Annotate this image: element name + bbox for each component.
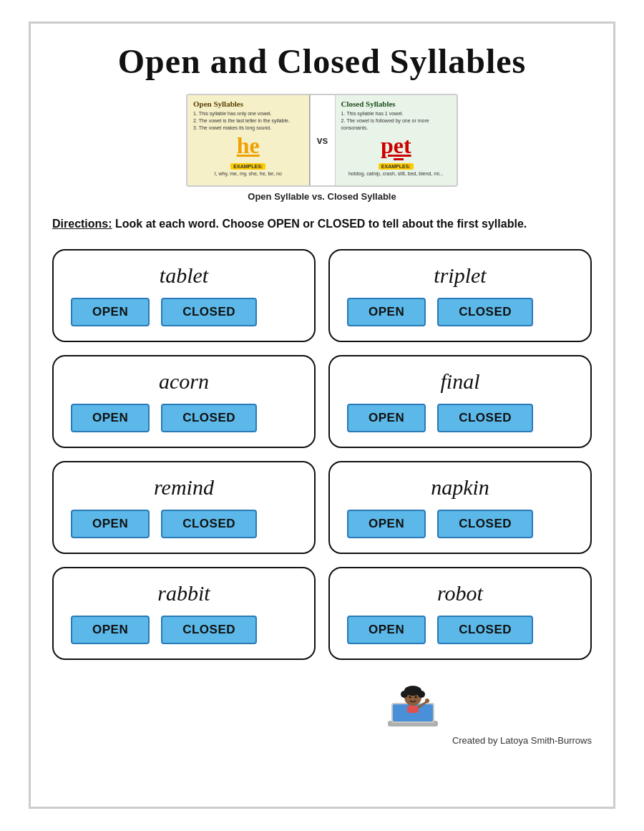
closed-button-acorn[interactable]: CLOSED	[161, 404, 257, 432]
ref-closed-examples-label: EXAMPLES:	[379, 163, 414, 170]
directions: Directions: Look at each word. Choose OP…	[52, 215, 592, 233]
word-text-napkin: napkin	[431, 475, 489, 500]
ref-open-rule-3: 3. The vowel makes its long sound.	[193, 125, 303, 132]
closed-button-triplet[interactable]: CLOSED	[437, 298, 533, 326]
page-title: Open and Closed Syllables	[52, 42, 592, 81]
ref-open-title: Open Syllables	[193, 99, 303, 108]
ref-closed-rule-1: 1. This syllable has 1 vowel.	[341, 110, 452, 117]
svg-point-7	[409, 696, 411, 698]
word-text-robot: robot	[437, 581, 483, 606]
word-card-remind: remindOPENCLOSED	[52, 461, 316, 554]
ref-open-examples-label: EXAMPLES:	[230, 163, 265, 170]
open-button-acorn[interactable]: OPEN	[71, 404, 150, 432]
closed-button-remind[interactable]: CLOSED	[161, 510, 257, 538]
page-border: Open and Closed Syllables Open Syllables…	[29, 21, 615, 809]
word-card-triplet: tripletOPENCLOSED	[328, 249, 592, 342]
open-button-rabbit[interactable]: OPEN	[71, 616, 150, 644]
word-text-remind: remind	[154, 475, 214, 500]
word-card-acorn: acornOPENCLOSED	[52, 355, 316, 448]
reference-caption: Open Syllable vs. Closed Syllable	[248, 191, 396, 202]
ref-closed-title: Closed Syllables	[341, 99, 452, 108]
word-text-final: final	[440, 369, 479, 394]
words-grid: tabletOPENCLOSEDtripletOPENCLOSEDacornOP…	[52, 249, 592, 660]
word-card-robot: robotOPENCLOSED	[328, 567, 592, 660]
open-button-remind[interactable]: OPEN	[71, 510, 150, 538]
word-card-final: finalOPENCLOSED	[328, 355, 592, 448]
open-button-napkin[interactable]: OPEN	[347, 510, 426, 538]
closed-button-napkin[interactable]: CLOSED	[437, 510, 533, 538]
closed-button-final[interactable]: CLOSED	[437, 404, 533, 432]
btn-row-triplet: OPENCLOSED	[347, 298, 533, 326]
ref-open-rules: 1. This syllable has only one vowel. 2. …	[193, 110, 303, 131]
ref-closed-example: pet	[341, 134, 452, 157]
closed-button-robot[interactable]: CLOSED	[437, 616, 533, 644]
ref-open-example: he	[193, 134, 303, 157]
word-text-triplet: triplet	[434, 263, 486, 288]
word-text-tablet: tablet	[160, 263, 208, 288]
closed-button-tablet[interactable]: CLOSED	[161, 298, 257, 326]
creator-text: Created by Latoya Smith-Burrows	[452, 735, 592, 746]
ref-open-panel: Open Syllables 1. This syllable has only…	[187, 95, 310, 185]
btn-row-acorn: OPENCLOSED	[71, 404, 257, 432]
word-card-tablet: tabletOPENCLOSED	[52, 249, 316, 342]
btn-row-rabbit: OPENCLOSED	[71, 616, 257, 644]
reference-image: Open Syllables 1. This syllable has only…	[186, 94, 458, 187]
word-card-rabbit: rabbitOPENCLOSED	[52, 567, 316, 660]
directions-body: Look at each word. Choose OPEN or CLOSED…	[112, 218, 527, 230]
word-text-rabbit: rabbit	[157, 581, 210, 606]
svg-point-6	[418, 691, 425, 698]
open-button-final[interactable]: OPEN	[347, 404, 426, 432]
footer-area: Created by Latoya Smith-Burrows	[52, 681, 592, 746]
btn-row-napkin: OPENCLOSED	[347, 510, 533, 538]
svg-point-5	[401, 691, 408, 698]
ref-closed-rule-2: 2. The vowel is followed by one or more …	[341, 117, 452, 132]
svg-point-11	[425, 699, 429, 703]
open-button-tablet[interactable]: OPEN	[71, 298, 150, 326]
open-button-triplet[interactable]: OPEN	[347, 298, 426, 326]
svg-rect-9	[407, 706, 419, 713]
btn-row-final: OPENCLOSED	[347, 404, 533, 432]
ref-closed-rules: 1. This syllable has 1 vowel. 2. The vow…	[341, 110, 452, 131]
svg-point-8	[414, 696, 416, 698]
btn-row-tablet: OPENCLOSED	[71, 298, 257, 326]
ref-open-rule-1: 1. This syllable has only one vowel.	[193, 110, 303, 117]
reference-image-container: Open Syllables 1. This syllable has only…	[52, 94, 592, 202]
open-button-robot[interactable]: OPEN	[347, 616, 426, 644]
ref-open-examples-text: I, why, me, my, she, he, be, no	[193, 171, 303, 176]
btn-row-remind: OPENCLOSED	[71, 510, 257, 538]
btn-row-robot: OPENCLOSED	[347, 616, 533, 644]
ref-closed-panel: Closed Syllables 1. This syllable has 1 …	[336, 95, 457, 185]
ref-open-rule-2: 2. The vowel is the last letter in the s…	[193, 117, 303, 125]
ref-closed-examples-text: hotdog, catnip, crash, still, bed, blend…	[341, 171, 452, 176]
word-text-acorn: acorn	[159, 369, 209, 394]
word-card-napkin: napkinOPENCLOSED	[328, 461, 592, 554]
closed-button-rabbit[interactable]: CLOSED	[161, 616, 257, 644]
directions-label: Directions:	[52, 218, 112, 230]
creator-avatar	[381, 681, 445, 746]
vs-divider: vs	[310, 95, 336, 185]
